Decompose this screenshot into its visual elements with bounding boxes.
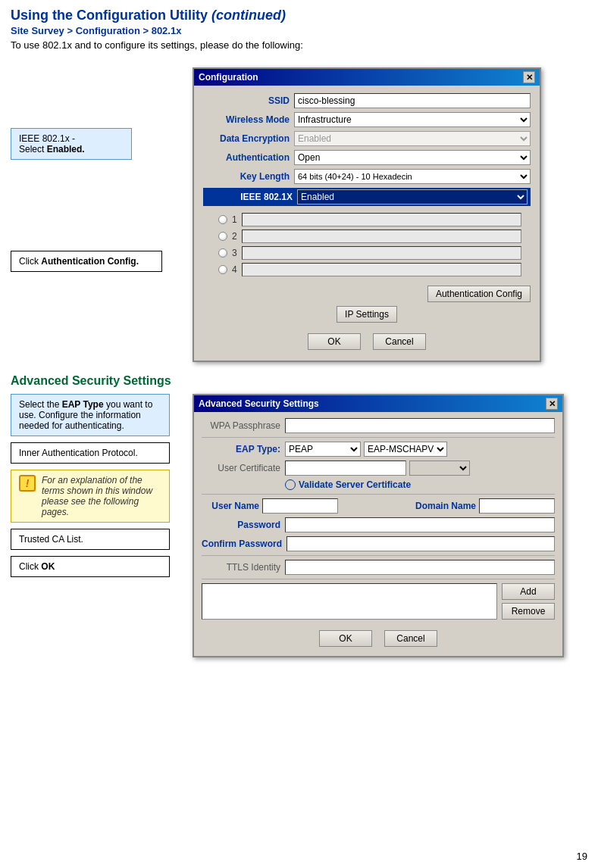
wireless-mode-select[interactable]: Infrastructure [294, 112, 531, 127]
page: Using the Configuration Utility (continu… [0, 0, 598, 868]
advanced-section-header: Advanced Security Settings [11, 374, 587, 388]
user-cert-label: User Certificate [202, 463, 285, 473]
username-input[interactable] [262, 498, 338, 514]
ttls-identity-row: TTLS Identity [202, 560, 555, 575]
eap-type-row: EAP Type: PEAP EAP-MSCHAPV2 [202, 442, 555, 457]
username-domain-row: User Name Domain Name [202, 498, 555, 514]
config-dialog-titlebar: Configuration ✕ [194, 69, 540, 86]
validate-radio[interactable] [285, 479, 296, 490]
eap-type-select[interactable]: PEAP [285, 442, 361, 457]
adv-cancel-button[interactable]: Cancel [384, 630, 437, 647]
radio-label-4: 4 [232, 264, 237, 275]
validate-cert-row: Validate Server Certificate [285, 479, 555, 490]
eap-type-annotation-box: Select the EAP Type you want to use. Con… [11, 394, 170, 436]
authentication-row: Authentication Open [203, 150, 531, 165]
ieee-line1: IEEE 802.1x - [19, 133, 75, 144]
auth-config-annotation-text: Click Authentication Config. [19, 256, 139, 267]
eap-mschap-select[interactable]: EAP-MSCHAPV2 [364, 442, 447, 457]
user-cert-input[interactable] [285, 461, 406, 476]
radio-label-2: 2 [232, 231, 237, 242]
auth-config-annotation-box: Click Authentication Config. [11, 251, 162, 272]
add-button[interactable]: Add [502, 583, 555, 600]
wpa-passphrase-input[interactable] [285, 418, 555, 433]
ieee-select[interactable]: Enabled [297, 189, 528, 205]
page-title: Using the Configuration Utility (continu… [11, 8, 587, 23]
username-label: User Name [202, 501, 262, 511]
config-dialog: Configuration ✕ SSID Wireless Mode Infra… [193, 67, 541, 362]
data-encryption-label: Data Encryption [203, 133, 294, 144]
adv-ok-button[interactable]: OK [319, 630, 372, 647]
intro-text: To use 802.1x and to configure its setti… [11, 39, 587, 51]
confirm-password-input[interactable] [286, 536, 555, 551]
auth-config-bold: Authentication Config. [41, 256, 139, 267]
adv-divider-4 [202, 579, 555, 579]
remove-button[interactable]: Remove [502, 603, 555, 620]
adv-close-button[interactable]: ✕ [546, 398, 558, 410]
radio-group: 1 2 3 4 [203, 210, 531, 283]
radio-3[interactable] [218, 248, 227, 258]
radio-1[interactable] [218, 215, 227, 224]
data-encryption-row: Data Encryption Enabled [203, 131, 531, 146]
radio-row-3: 3 [212, 246, 521, 260]
key-length-row: Key Length 64 bits (40+24) - 10 Hexadeci… [203, 169, 531, 184]
ca-buttons: Add Remove [502, 583, 555, 620]
config-ok-button[interactable]: OK [308, 333, 361, 350]
password-input[interactable] [285, 517, 555, 532]
warning-box: ! For an explanation of the terms shown … [11, 470, 170, 523]
radio-2[interactable] [218, 232, 227, 241]
radio-input-2 [242, 229, 521, 243]
user-cert-select[interactable] [409, 461, 470, 476]
ca-list-box [202, 583, 497, 620]
ieee-annotation-text: IEEE 802.1x - Select Enabled. [19, 133, 85, 155]
click-ok-annotation-box: Click OK [11, 556, 170, 577]
config-dialog-body: SSID Wireless Mode Infrastructure Data E… [194, 86, 540, 361]
domain-label: Domain Name [415, 501, 479, 511]
trusted-ca-annotation-text: Trusted CA List. [19, 534, 83, 545]
radio-input-1 [242, 213, 521, 226]
close-button[interactable]: ✕ [523, 71, 535, 83]
ttls-identity-input[interactable] [285, 560, 555, 575]
config-dialog-title: Configuration [199, 72, 258, 83]
key-length-select[interactable]: 64 bits (40+24) - 10 Hexadecin [294, 169, 531, 184]
key-length-label: Key Length [203, 171, 294, 182]
click-ok-annotation-text: Click OK [19, 561, 55, 572]
adv-dialog-titlebar: Advanced Security Settings ✕ [194, 395, 562, 412]
page-number: 19 [577, 851, 587, 862]
eap-type-label: EAP Type: [202, 444, 285, 454]
ssid-input[interactable] [294, 93, 531, 108]
adv-dialog-title: Advanced Security Settings [199, 398, 319, 409]
password-label: Password [202, 520, 285, 530]
ip-settings-button[interactable]: IP Settings [337, 306, 397, 323]
radio-row-1: 1 [212, 213, 521, 226]
adv-divider-1 [202, 437, 555, 438]
advanced-security-dialog: Advanced Security Settings ✕ WPA Passphr… [193, 394, 564, 657]
radio-4[interactable] [218, 265, 227, 274]
auth-config-button[interactable]: Authentication Config [427, 286, 531, 302]
confirm-password-row: Confirm Password [202, 536, 555, 551]
breadcrumb: Site Survey > Configuration > 802.1x [11, 25, 587, 36]
eap-type-annotation-text: Select the EAP Type you want to use. Con… [19, 399, 152, 431]
radio-label-3: 3 [232, 248, 237, 258]
adv-dialog-body: WPA Passphrase EAP Type: PEAP EAP-MSCHAP… [194, 412, 562, 656]
ttls-identity-label: TTLS Identity [202, 562, 285, 573]
config-cancel-button[interactable]: Cancel [373, 333, 426, 350]
title-continued: (continued) [211, 8, 286, 23]
wpa-passphrase-row: WPA Passphrase [202, 418, 555, 433]
ieee-802-row: IEEE 802.1X Enabled [203, 188, 531, 206]
user-cert-row: User Certificate [202, 461, 555, 476]
ssid-row: SSID [203, 93, 531, 108]
data-encryption-select[interactable]: Enabled [294, 131, 531, 146]
validate-label: Validate Server Certificate [299, 479, 411, 490]
config-dialog-buttons: OK Cancel [203, 327, 531, 353]
adv-divider-3 [202, 555, 555, 556]
authentication-select[interactable]: Open [294, 150, 531, 165]
title-text: Using the Configuration Utility [11, 8, 208, 23]
domain-input[interactable] [479, 498, 555, 514]
ssid-label: SSID [203, 95, 294, 106]
radio-row-4: 4 [212, 263, 521, 276]
authentication-label: Authentication [203, 152, 294, 163]
ieee-row-label: IEEE 802.1X [206, 192, 297, 202]
wireless-mode-label: Wireless Mode [203, 114, 294, 125]
wpa-passphrase-label: WPA Passphrase [202, 420, 285, 431]
trusted-ca-annotation-box: Trusted CA List. [11, 529, 170, 550]
